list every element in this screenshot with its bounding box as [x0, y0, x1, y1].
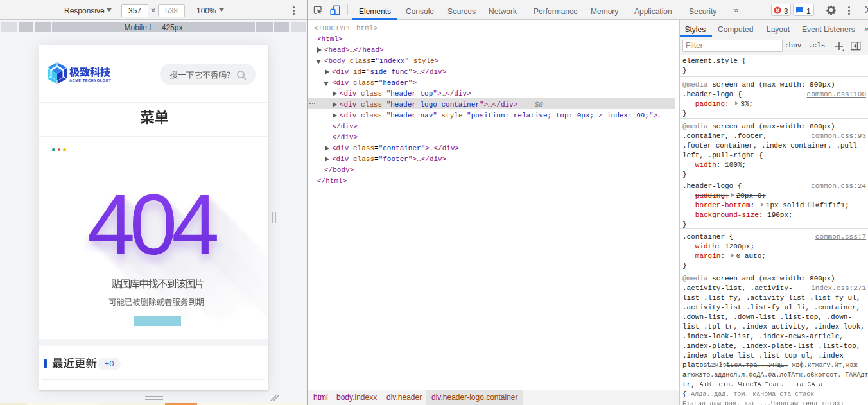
svg-text:404: 404 — [87, 177, 217, 272]
